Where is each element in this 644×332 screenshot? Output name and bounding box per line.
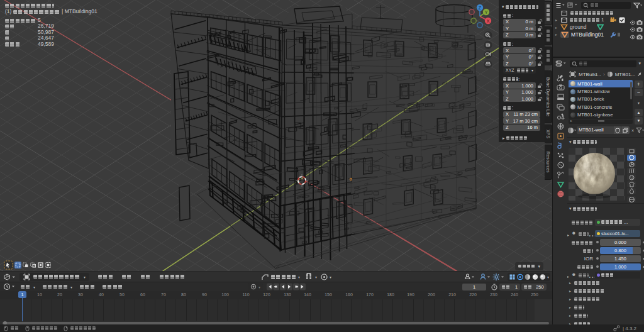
svg-text:Y: Y bbox=[485, 10, 488, 14]
svg-text:X: X bbox=[487, 19, 490, 23]
svg-text:Z: Z bbox=[479, 6, 482, 10]
